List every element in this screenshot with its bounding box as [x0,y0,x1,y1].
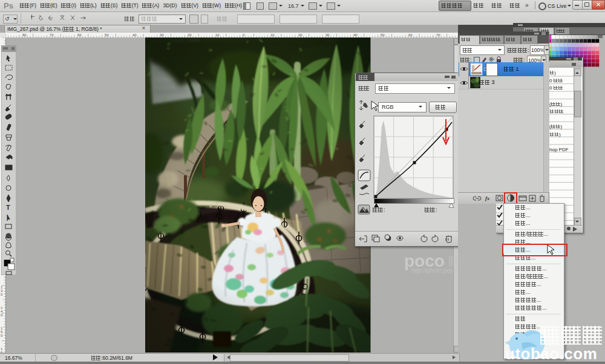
svg-text:20: 20 [188,33,192,37]
svg-text:30: 30 [160,33,164,37]
svg-text:50: 50 [381,33,385,37]
svg-text:60: 60 [77,33,82,37]
svg-text:10: 10 [215,33,220,37]
svg-text:fx: fx [485,195,490,201]
svg-text:60: 60 [408,33,413,37]
svg-text:20: 20 [298,33,302,37]
svg-text:T: T [6,204,10,211]
svg-text:80: 80 [22,33,27,37]
svg-text:40: 40 [353,33,358,37]
svg-text:10: 10 [270,33,275,37]
svg-text:50: 50 [105,33,109,37]
svg-text:70: 70 [50,33,54,37]
svg-text:30: 30 [325,33,330,37]
svg-text:40: 40 [132,33,137,37]
svg-text:70: 70 [436,33,440,37]
